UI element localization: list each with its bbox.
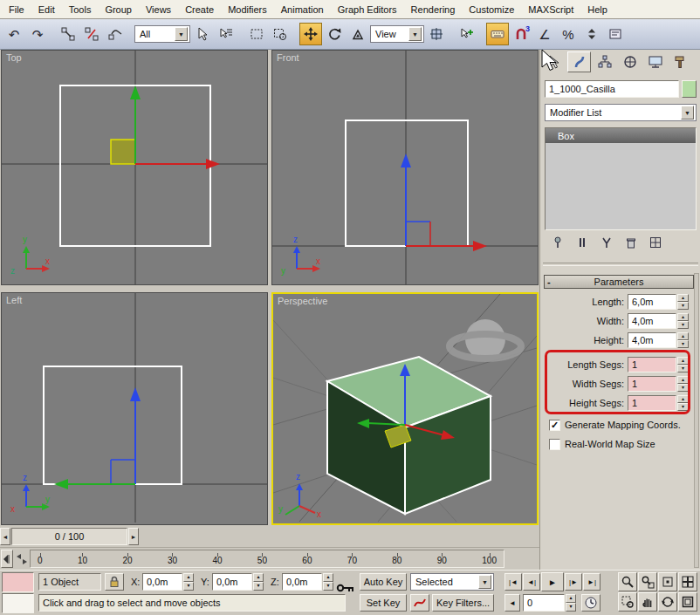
x-coord-field[interactable]: 0,0m: [142, 573, 182, 591]
select-and-link-button[interactable]: [57, 23, 79, 45]
menu-item-tools[interactable]: Tools: [62, 2, 99, 17]
tab-hierarchy[interactable]: [593, 51, 616, 72]
configure-modifier-sets-button[interactable]: [645, 234, 666, 251]
previous-frame-button[interactable]: ◄: [0, 528, 10, 545]
default-tangents-button[interactable]: [410, 594, 429, 612]
modifier-stack[interactable]: Box: [545, 127, 697, 230]
selection-filter-dropdown[interactable]: All ▼: [134, 25, 190, 43]
play-animation-button[interactable]: ►: [541, 572, 564, 591]
maximize-viewport-toggle-button[interactable]: [678, 592, 697, 612]
tab-display[interactable]: [643, 51, 667, 72]
menu-item-group[interactable]: Group: [98, 2, 139, 17]
object-name-field[interactable]: 1_1000_Casilla: [545, 80, 679, 98]
select-and-move-button[interactable]: [299, 23, 322, 45]
pin-stack-button[interactable]: [547, 234, 568, 251]
menu-item-edit[interactable]: Edit: [31, 2, 62, 17]
modifier-stack-entry-box[interactable]: Box: [546, 128, 696, 143]
generate-mapping-checkbox[interactable]: ✓: [549, 420, 560, 431]
parameters-rollout-header[interactable]: - Parameters: [544, 275, 694, 289]
zoom-extents-all-button[interactable]: [678, 572, 697, 591]
menu-item-rendering[interactable]: Rendering: [404, 2, 463, 17]
viewport-left-canvas[interactable]: z y x: [2, 293, 267, 523]
viewport-front-canvas[interactable]: z x y: [272, 51, 538, 284]
go-to-start-button[interactable]: |◄: [504, 573, 522, 591]
next-frame-step-button[interactable]: |►: [565, 573, 582, 591]
select-by-name-button[interactable]: [215, 23, 237, 45]
set-key-button[interactable]: Set Key: [360, 594, 407, 612]
open-mini-curve-editor-button[interactable]: [1, 550, 13, 568]
keyboard-shortcut-override-button[interactable]: [486, 23, 509, 45]
menu-item-create[interactable]: Create: [178, 2, 221, 17]
height-segs-spinner[interactable]: ▴▾: [677, 395, 689, 411]
key-mode-toggle-button[interactable]: ◄: [504, 594, 520, 612]
select-and-manipulate-button[interactable]: [456, 23, 478, 45]
viewport-front[interactable]: Front z x: [271, 50, 539, 285]
timeline-ruler[interactable]: 0 10 20 30 40 50 60 70 80 90 100: [30, 550, 504, 568]
zoom-extents-button[interactable]: [658, 572, 677, 591]
snaps-toggle-button[interactable]: 3: [510, 23, 532, 45]
reference-coordsys-dropdown[interactable]: View ▼: [370, 25, 424, 43]
maxscript-mini-listener[interactable]: [2, 593, 34, 613]
width-segs-input[interactable]: 1: [628, 376, 676, 392]
tab-create[interactable]: [542, 51, 566, 72]
object-color-swatch[interactable]: [682, 80, 697, 98]
angle-snap-button[interactable]: ∠: [533, 23, 556, 45]
width-input[interactable]: 4,0m: [628, 313, 676, 329]
make-unique-button[interactable]: [596, 234, 617, 251]
go-to-end-button[interactable]: ►|: [583, 573, 600, 591]
show-end-result-button[interactable]: [572, 234, 593, 251]
pan-view-button[interactable]: [638, 592, 657, 612]
window-crossing-button[interactable]: [269, 23, 292, 45]
use-pivot-center-button[interactable]: [425, 23, 448, 45]
height-segs-input[interactable]: 1: [628, 395, 676, 411]
next-frame-button[interactable]: ►: [128, 528, 139, 545]
time-slider[interactable]: 0 / 100: [11, 528, 127, 545]
bind-to-space-warp-button[interactable]: [104, 23, 127, 45]
rectangular-selection-region-button[interactable]: [245, 23, 268, 45]
real-world-map-checkbox[interactable]: [549, 439, 560, 450]
z-coord-field[interactable]: 0,0m: [282, 573, 322, 591]
length-input[interactable]: 6,0m: [628, 294, 676, 310]
width-spinner[interactable]: ▴▾: [677, 313, 689, 329]
z-coord-spinner[interactable]: ▴▾: [323, 573, 333, 591]
key-filters-button[interactable]: Key Filters...: [432, 594, 494, 612]
menu-item-animation[interactable]: Animation: [274, 2, 331, 17]
viewport-top-canvas[interactable]: y x z: [2, 51, 267, 284]
current-frame-field[interactable]: 0: [523, 594, 565, 612]
height-input[interactable]: 4,0m: [628, 332, 676, 348]
time-configuration-button[interactable]: [581, 594, 600, 612]
panel-scrollbar[interactable]: [694, 273, 699, 568]
menu-item-customize[interactable]: Customize: [462, 2, 521, 17]
menu-item-modifiers[interactable]: Modifiers: [221, 2, 274, 17]
tab-motion[interactable]: [618, 51, 642, 72]
tab-utilities[interactable]: [669, 51, 692, 72]
width-segs-spinner[interactable]: ▴▾: [677, 376, 689, 392]
viewport-perspective[interactable]: Perspective: [271, 292, 539, 525]
x-coord-spinner[interactable]: ▴▾: [183, 573, 194, 591]
length-segs-input[interactable]: 1: [628, 357, 676, 372]
y-coord-field[interactable]: 0,0m: [212, 573, 252, 591]
zoom-region-button[interactable]: [618, 592, 637, 612]
previous-key-button[interactable]: ◄|: [523, 573, 540, 591]
redo-button[interactable]: ↷: [26, 23, 49, 45]
select-object-button[interactable]: [191, 23, 214, 45]
viewport-left[interactable]: Left z y x: [1, 292, 268, 525]
viewport-perspective-canvas[interactable]: z y x: [273, 294, 537, 522]
select-and-scale-button[interactable]: [347, 23, 369, 45]
modifier-list-dropdown[interactable]: Modifier List ▼: [545, 104, 697, 121]
trackbar-filter-icon[interactable]: [15, 551, 29, 567]
menu-item-help[interactable]: Help: [580, 2, 614, 17]
key-mode-dropdown[interactable]: Selected ▼: [410, 573, 494, 591]
select-and-rotate-button[interactable]: [323, 23, 346, 45]
menu-item-maxscript[interactable]: MAXScript: [521, 2, 580, 17]
length-segs-spinner[interactable]: ▴▾: [677, 357, 689, 372]
menu-item-graph-editors[interactable]: Graph Editors: [331, 2, 404, 17]
undo-button[interactable]: ↶: [3, 23, 25, 45]
spinner-snap-button[interactable]: [580, 23, 603, 45]
zoom-all-button[interactable]: [638, 572, 657, 591]
percent-snap-button[interactable]: %: [557, 23, 580, 45]
height-spinner[interactable]: ▴▾: [677, 332, 689, 348]
menu-item-file[interactable]: File: [2, 2, 31, 17]
y-coord-spinner[interactable]: ▴▾: [253, 573, 264, 591]
macro-recorder-mini-listener[interactable]: [2, 572, 34, 592]
